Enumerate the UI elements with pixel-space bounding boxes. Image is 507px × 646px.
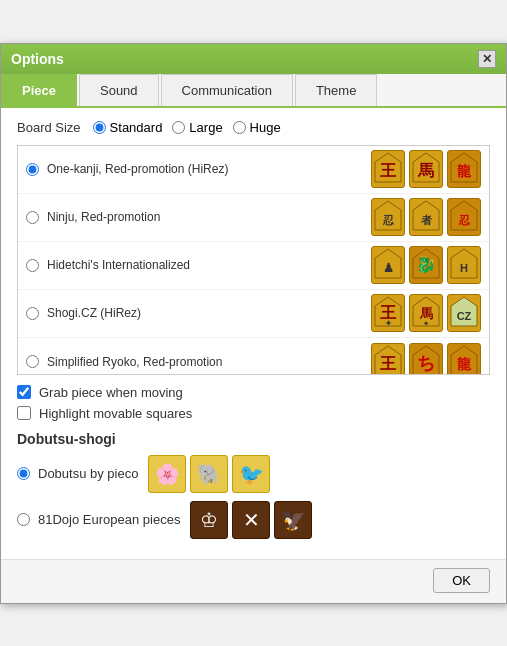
dobutsu-pieco-icons: 🌸 🐘 🐦 [148,455,270,493]
piece-set-one-kanji-label[interactable]: One-kanji, Red-promotion (HiRez) [26,162,371,176]
tab-communication[interactable]: Communication [161,74,293,106]
piece-set-one-kanji-radio[interactable] [26,163,39,176]
board-size-options: Standard Large Huge [93,120,281,135]
piece-icon-ninju-3: 忍 [447,198,481,236]
svg-text:馬: 馬 [417,162,434,179]
svg-text:🐉: 🐉 [416,255,436,274]
footer: OK [1,559,506,603]
piece-set-ninju-radio[interactable] [26,211,39,224]
piece-set-ryoko-label[interactable]: Simplified Ryoko, Red-promotion [26,355,371,369]
list-item: One-kanji, Red-promotion (HiRez) 王 馬 [18,146,489,194]
svg-text:忍: 忍 [458,214,471,226]
dobutsu-icon-cross: ✕ [232,501,270,539]
tab-theme[interactable]: Theme [295,74,377,106]
ok-button[interactable]: OK [433,568,490,593]
piece-set-ryoko-radio[interactable] [26,355,39,368]
piece-icon-dragon: 龍 [447,150,481,188]
dobutsu-icon-elephant: 🐘 [190,455,228,493]
piece-icon-shogicz-3: CZ [447,294,481,332]
board-size-large[interactable]: Large [172,120,222,135]
svg-text:忍: 忍 [382,214,395,226]
piece-set-hidetchi-radio[interactable] [26,259,39,272]
highlight-row: Highlight movable squares [17,406,490,421]
piece-icon-ryoko-2: ち [409,343,443,375]
piece-set-list: One-kanji, Red-promotion (HiRez) 王 馬 [17,145,490,375]
piece-set-shogicz-radio[interactable] [26,307,39,320]
svg-text:♟: ♟ [383,261,394,275]
window-title: Options [11,51,64,67]
close-button[interactable]: ✕ [478,50,496,68]
dobutsu-section-title: Dobutsu-shogi [17,431,490,447]
dobutsu-icon-bird: 🐦 [232,455,270,493]
board-size-standard[interactable]: Standard [93,120,163,135]
piece-icon-ryoko-1: 王 [371,343,405,375]
grab-piece-label[interactable]: Grab piece when moving [39,385,183,400]
board-size-row: Board Size Standard Large Huge [17,120,490,135]
dobutsu-icon-flower: 🌸 [148,455,186,493]
svg-text:馬: 馬 [419,306,433,321]
piece-icon-horse: 馬 [409,150,443,188]
tab-piece[interactable]: Piece [1,74,77,106]
dobutsu-european-row: 81Dojo European pieces ♔ ✕ 🦅 [17,501,490,539]
dobutsu-pieco-row: Dobutsu by pieco 🌸 🐘 🐦 [17,455,490,493]
piece-set-hidetchi-label[interactable]: Hidetchi's Internationalized [26,258,371,272]
list-item: Ninju, Red-promotion 忍 者 [18,194,489,242]
svg-text:CZ: CZ [457,310,472,322]
svg-text:H: H [460,262,468,274]
piece-icon-hidetchi-2: 🐉 [409,246,443,284]
svg-text:✦: ✦ [385,319,392,328]
piece-set-shogicz-label[interactable]: Shogi.CZ (HiRez) [26,306,371,320]
dobutsu-icon-crown: ♔ [190,501,228,539]
board-size-huge[interactable]: Huge [233,120,281,135]
piece-icon-ryoko-3: 龍 [447,343,481,375]
dobutsu-european-radio[interactable] [17,513,30,526]
board-size-label: Board Size [17,120,81,135]
svg-text:者: 者 [421,214,433,226]
dobutsu-european-label[interactable]: 81Dojo European pieces [17,512,180,527]
piece-icon-hidetchi-3: H [447,246,481,284]
list-item: Shogi.CZ (HiRez) 王 ✦ 馬 ✦ [18,290,489,338]
dobutsu-european-icons: ♔ ✕ 🦅 [190,501,312,539]
highlight-squares-checkbox[interactable] [17,406,31,420]
piece-set-ninju-icons: 忍 者 忍 [371,198,481,236]
piece-icon-ninju-2: 者 [409,198,443,236]
piece-set-shogicz-icons: 王 ✦ 馬 ✦ CZ [371,294,481,332]
dobutsu-pieco-radio[interactable] [17,467,30,480]
piece-icon-hidetchi-1: ♟ [371,246,405,284]
list-item: Hidetchi's Internationalized ♟ 🐉 [18,242,489,290]
grab-piece-checkbox[interactable] [17,385,31,399]
piece-set-hidetchi-icons: ♟ 🐉 H [371,246,481,284]
piece-set-ninju-label[interactable]: Ninju, Red-promotion [26,210,371,224]
svg-text:王: 王 [380,162,397,179]
piece-icon-ninju-1: 忍 [371,198,405,236]
tab-bar: Piece Sound Communication Theme [1,74,506,108]
svg-text:龍: 龍 [457,356,472,372]
tab-sound[interactable]: Sound [79,74,159,106]
options-window: Options ✕ Piece Sound Communication Them… [0,43,507,604]
list-item: Simplified Ryoko, Red-promotion 王 ち [18,338,489,375]
dobutsu-icon-eagle: 🦅 [274,501,312,539]
piece-set-ryoko-icons: 王 ち 龍 [371,343,481,375]
highlight-squares-label[interactable]: Highlight movable squares [39,406,192,421]
svg-text:ち: ち [417,353,435,373]
svg-text:王: 王 [380,355,397,372]
piece-icon-shogicz-1: 王 ✦ [371,294,405,332]
svg-text:✦: ✦ [423,320,429,327]
title-bar: Options ✕ [1,44,506,74]
piece-icon-shogicz-2: 馬 ✦ [409,294,443,332]
tab-content-piece: Board Size Standard Large Huge One-kanj [1,108,506,559]
svg-text:龍: 龍 [457,163,472,179]
grab-piece-row: Grab piece when moving [17,385,490,400]
dobutsu-pieco-label[interactable]: Dobutsu by pieco [17,466,138,481]
piece-icon-king: 王 [371,150,405,188]
piece-set-one-kanji-icons: 王 馬 龍 [371,150,481,188]
